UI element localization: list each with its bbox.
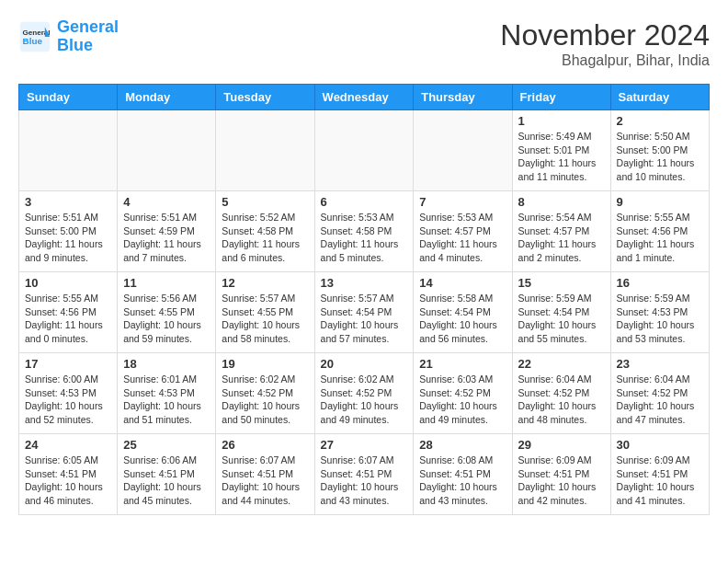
day-info: Sunrise: 6:01 AMSunset: 4:53 PMDaylight:… [123,373,210,427]
calendar-cell: 10Sunrise: 5:55 AMSunset: 4:56 PMDayligh… [19,272,118,353]
day-info: Sunrise: 5:57 AMSunset: 4:55 PMDaylight:… [222,292,308,346]
calendar-cell [414,110,512,191]
calendar-cell: 9Sunrise: 5:55 AMSunset: 4:56 PMDaylight… [610,191,709,272]
day-info: Sunrise: 6:02 AMSunset: 4:52 PMDaylight:… [321,373,408,427]
day-number: 15 [518,276,605,290]
day-number: 29 [518,438,605,452]
day-number: 20 [321,357,408,371]
day-info: Sunrise: 6:03 AMSunset: 4:52 PMDaylight:… [419,373,506,427]
day-number: 25 [123,438,210,452]
week-row-4: 17Sunrise: 6:00 AMSunset: 4:53 PMDayligh… [19,353,710,434]
day-number: 23 [617,357,703,371]
day-number: 17 [25,357,111,371]
day-info: Sunrise: 5:50 AMSunset: 5:00 PMDaylight:… [617,130,703,184]
calendar-cell: 8Sunrise: 5:54 AMSunset: 4:57 PMDaylight… [512,191,610,272]
calendar-cell: 26Sunrise: 6:07 AMSunset: 4:51 PMDayligh… [216,434,314,515]
day-info: Sunrise: 6:07 AMSunset: 4:51 PMDaylight:… [222,454,308,508]
calendar-cell: 28Sunrise: 6:08 AMSunset: 4:51 PMDayligh… [414,434,512,515]
calendar-cell [314,110,414,191]
calendar-cell: 23Sunrise: 6:04 AMSunset: 4:52 PMDayligh… [610,353,709,434]
day-info: Sunrise: 6:06 AMSunset: 4:51 PMDaylight:… [123,454,210,508]
day-number: 9 [617,195,703,209]
day-info: Sunrise: 5:56 AMSunset: 4:55 PMDaylight:… [123,292,210,346]
day-info: Sunrise: 5:54 AMSunset: 4:57 PMDaylight:… [518,211,605,265]
day-number: 21 [419,357,506,371]
day-info: Sunrise: 6:02 AMSunset: 4:52 PMDaylight:… [222,373,308,427]
week-row-1: 1Sunrise: 5:49 AMSunset: 5:01 PMDaylight… [19,110,710,191]
day-info: Sunrise: 5:55 AMSunset: 4:56 PMDaylight:… [617,211,703,265]
calendar-cell: 2Sunrise: 5:50 AMSunset: 5:00 PMDaylight… [610,110,709,191]
calendar-cell: 4Sunrise: 5:51 AMSunset: 4:59 PMDaylight… [118,191,216,272]
svg-text:Blue: Blue [23,36,43,46]
weekday-header-tuesday: Tuesday [216,85,314,110]
day-number: 18 [123,357,210,371]
day-info: Sunrise: 6:04 AMSunset: 4:52 PMDaylight:… [518,373,605,427]
day-info: Sunrise: 5:55 AMSunset: 4:56 PMDaylight:… [25,292,111,346]
day-info: Sunrise: 5:49 AMSunset: 5:01 PMDaylight:… [518,130,605,184]
day-number: 11 [123,276,210,290]
calendar-cell: 14Sunrise: 5:58 AMSunset: 4:54 PMDayligh… [414,272,512,353]
day-number: 10 [25,276,111,290]
calendar-cell: 20Sunrise: 6:02 AMSunset: 4:52 PMDayligh… [314,353,414,434]
day-info: Sunrise: 5:59 AMSunset: 4:53 PMDaylight:… [617,292,703,346]
day-number: 28 [419,438,506,452]
day-info: Sunrise: 6:09 AMSunset: 4:51 PMDaylight:… [617,454,703,508]
calendar-cell: 5Sunrise: 5:52 AMSunset: 4:58 PMDaylight… [216,191,314,272]
calendar-cell: 19Sunrise: 6:02 AMSunset: 4:52 PMDayligh… [216,353,314,434]
calendar-cell: 6Sunrise: 5:53 AMSunset: 4:58 PMDaylight… [314,191,414,272]
calendar-cell [19,110,118,191]
day-number: 27 [321,438,408,452]
week-row-2: 3Sunrise: 5:51 AMSunset: 5:00 PMDaylight… [19,191,710,272]
weekday-header-thursday: Thursday [414,85,512,110]
day-number: 30 [617,438,703,452]
day-info: Sunrise: 6:07 AMSunset: 4:51 PMDaylight:… [321,454,408,508]
day-info: Sunrise: 5:58 AMSunset: 4:54 PMDaylight:… [419,292,506,346]
day-info: Sunrise: 6:00 AMSunset: 4:53 PMDaylight:… [25,373,111,427]
day-number: 13 [321,276,408,290]
calendar-cell: 13Sunrise: 5:57 AMSunset: 4:54 PMDayligh… [314,272,414,353]
calendar-cell: 11Sunrise: 5:56 AMSunset: 4:55 PMDayligh… [118,272,216,353]
calendar-cell: 12Sunrise: 5:57 AMSunset: 4:55 PMDayligh… [216,272,314,353]
title-block: November 2024 Bhagalpur, Bihar, India [500,18,710,69]
day-info: Sunrise: 5:53 AMSunset: 4:58 PMDaylight:… [321,211,408,265]
calendar-cell [216,110,314,191]
calendar-cell: 30Sunrise: 6:09 AMSunset: 4:51 PMDayligh… [610,434,709,515]
weekday-header-monday: Monday [118,85,216,110]
calendar-cell: 17Sunrise: 6:00 AMSunset: 4:53 PMDayligh… [19,353,118,434]
day-number: 22 [518,357,605,371]
day-info: Sunrise: 6:09 AMSunset: 4:51 PMDaylight:… [518,454,605,508]
calendar-cell: 24Sunrise: 6:05 AMSunset: 4:51 PMDayligh… [19,434,118,515]
location: Bhagalpur, Bihar, India [500,52,710,69]
page-header: General Blue General Blue November 2024 … [18,18,710,69]
calendar-cell: 18Sunrise: 6:01 AMSunset: 4:53 PMDayligh… [118,353,216,434]
logo-text: General [57,18,119,37]
day-info: Sunrise: 6:08 AMSunset: 4:51 PMDaylight:… [419,454,506,508]
day-info: Sunrise: 5:53 AMSunset: 4:57 PMDaylight:… [419,211,506,265]
weekday-header-wednesday: Wednesday [314,85,414,110]
day-number: 4 [123,195,210,209]
day-number: 3 [25,195,111,209]
day-number: 6 [321,195,408,209]
calendar-cell: 22Sunrise: 6:04 AMSunset: 4:52 PMDayligh… [512,353,610,434]
calendar-cell: 15Sunrise: 5:59 AMSunset: 4:54 PMDayligh… [512,272,610,353]
day-number: 24 [25,438,111,452]
calendar-cell: 3Sunrise: 5:51 AMSunset: 5:00 PMDaylight… [19,191,118,272]
day-number: 19 [222,357,308,371]
weekday-header-row: SundayMondayTuesdayWednesdayThursdayFrid… [19,85,710,110]
day-number: 26 [222,438,308,452]
day-info: Sunrise: 6:05 AMSunset: 4:51 PMDaylight:… [25,454,111,508]
calendar-cell: 21Sunrise: 6:03 AMSunset: 4:52 PMDayligh… [414,353,512,434]
logo: General Blue General Blue [18,18,119,55]
calendar-cell: 7Sunrise: 5:53 AMSunset: 4:57 PMDaylight… [414,191,512,272]
week-row-3: 10Sunrise: 5:55 AMSunset: 4:56 PMDayligh… [19,272,710,353]
day-number: 14 [419,276,506,290]
day-number: 1 [518,114,605,128]
calendar-cell: 16Sunrise: 5:59 AMSunset: 4:53 PMDayligh… [610,272,709,353]
day-info: Sunrise: 5:59 AMSunset: 4:54 PMDaylight:… [518,292,605,346]
weekday-header-friday: Friday [512,85,610,110]
day-info: Sunrise: 5:57 AMSunset: 4:54 PMDaylight:… [321,292,408,346]
week-row-5: 24Sunrise: 6:05 AMSunset: 4:51 PMDayligh… [19,434,710,515]
month-title: November 2024 [500,18,710,52]
day-info: Sunrise: 6:04 AMSunset: 4:52 PMDaylight:… [617,373,703,427]
calendar-table: SundayMondayTuesdayWednesdayThursdayFrid… [18,84,710,515]
